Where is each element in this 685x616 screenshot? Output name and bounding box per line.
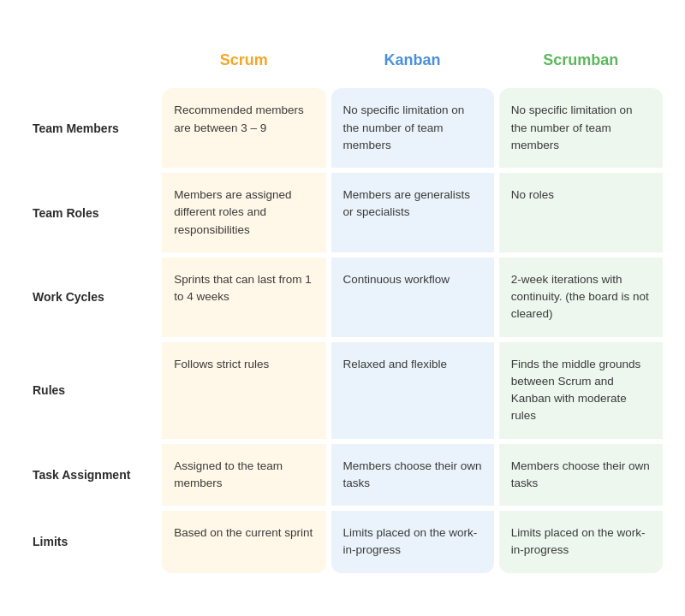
comparison-table-container: Scrum Kanban Scrumban Team MembersRecomm…	[17, 38, 668, 578]
scrum-cell-4: Assigned to the team members	[162, 444, 325, 506]
kanban-cell-0: No specific limitation on the number of …	[331, 88, 494, 168]
row-label-work-cycles: Work Cycles	[22, 258, 157, 337]
scrumban-cell-1: No roles	[499, 173, 663, 252]
row-label-limits: Limits	[22, 511, 157, 573]
kanban-cell-4: Members choose their own tasks	[331, 444, 494, 506]
table-row: Work CyclesSprints that can last from 1 …	[22, 258, 663, 337]
kanban-cell-2: Continuous workflow	[331, 258, 494, 337]
kanban-cell-3: Relaxed and flexible	[331, 342, 494, 439]
header-empty	[22, 43, 157, 83]
scrumban-cell-0: No specific limitation on the number of …	[499, 88, 663, 168]
table-row: RulesFollows strict rulesRelaxed and fle…	[22, 342, 663, 439]
table-row: Task AssignmentAssigned to the team memb…	[22, 444, 663, 506]
kanban-cell-1: Members are generalists or specialists	[331, 173, 494, 252]
table-row: Team MembersRecommended members are betw…	[22, 88, 663, 168]
row-label-team-roles: Team Roles	[22, 173, 157, 252]
kanban-cell-5: Limits placed on the work-in-progress	[331, 511, 494, 573]
table-row: Team RolesMembers are assigned different…	[22, 173, 663, 252]
scrumban-cell-2: 2-week iterations with continuity. (the …	[499, 258, 663, 337]
scrumban-cell-3: Finds the middle grounds between Scrum a…	[499, 342, 663, 439]
row-label-rules: Rules	[22, 342, 157, 439]
header-scrum: Scrum	[162, 43, 325, 83]
table-body: Team MembersRecommended members are betw…	[22, 88, 663, 572]
scrum-cell-0: Recommended members are between 3 – 9	[162, 88, 325, 168]
row-label-task-assignment: Task Assignment	[22, 444, 157, 506]
row-label-team-members: Team Members	[22, 88, 157, 168]
scrumban-cell-5: Limits placed on the work-in-progress	[499, 511, 663, 573]
scrumban-cell-4: Members choose their own tasks	[499, 444, 663, 506]
header-row: Scrum Kanban Scrumban	[22, 43, 663, 83]
scrum-cell-3: Follows strict rules	[162, 342, 325, 439]
header-kanban: Kanban	[331, 43, 494, 83]
comparison-table: Scrum Kanban Scrumban Team MembersRecomm…	[17, 38, 668, 578]
table-row: LimitsBased on the current sprintLimits …	[22, 511, 663, 573]
header-scrumban: Scrumban	[499, 43, 663, 83]
scrum-cell-2: Sprints that can last from 1 to 4 weeks	[162, 258, 325, 337]
scrum-cell-5: Based on the current sprint	[162, 511, 325, 573]
scrum-cell-1: Members are assigned different roles and…	[162, 173, 325, 252]
